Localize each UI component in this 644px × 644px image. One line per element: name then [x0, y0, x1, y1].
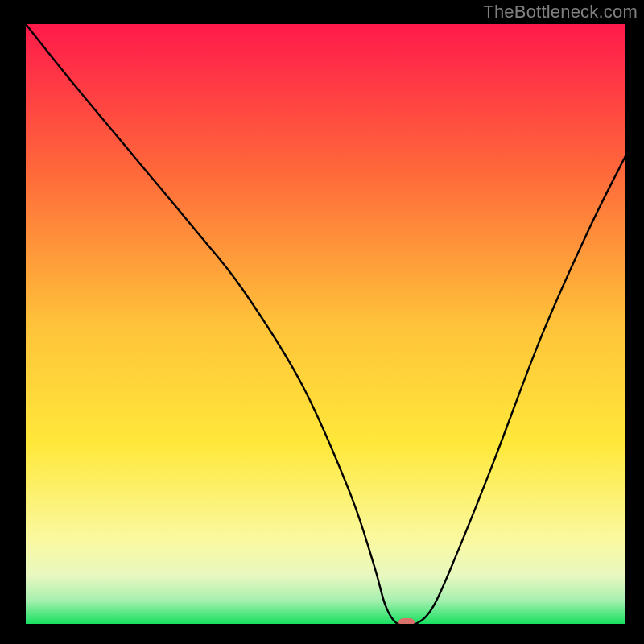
chart-svg — [26, 24, 625, 624]
gradient-rect — [26, 24, 625, 624]
watermark-text: TheBottleneck.com — [483, 2, 638, 23]
plot-area — [26, 24, 625, 624]
chart-frame: TheBottleneck.com — [0, 0, 644, 644]
